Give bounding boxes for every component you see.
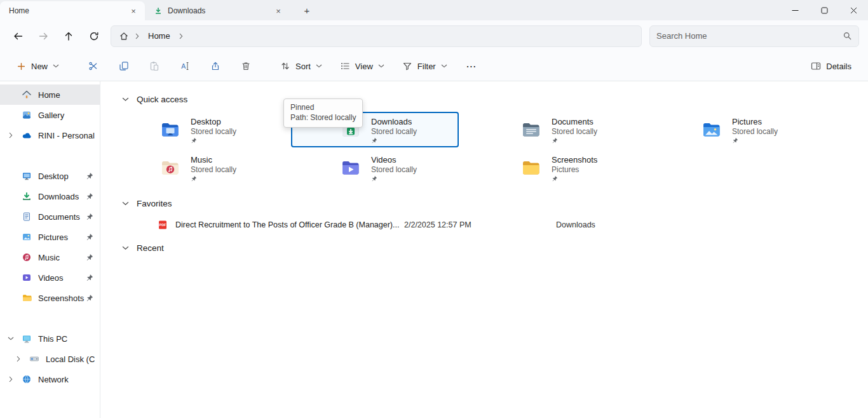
close-button[interactable]: [839, 0, 868, 20]
search-icon[interactable]: [843, 31, 852, 41]
section-quick-access: Quick access: [100, 89, 868, 109]
sidebar-item-label: Network: [38, 375, 95, 384]
forward-button[interactable]: [31, 25, 56, 48]
tile-meta: Desktop Stored locally: [191, 116, 236, 144]
address-bar[interactable]: Home: [111, 25, 642, 47]
sidebar-item-label: RINI - Personal: [38, 131, 95, 140]
maximize-button[interactable]: [810, 0, 839, 20]
chevron-right-icon[interactable]: [0, 132, 22, 138]
paste-button[interactable]: [142, 55, 167, 78]
pin-icon: [191, 175, 236, 182]
section-title: Recent: [137, 243, 164, 253]
minimize-button[interactable]: [780, 0, 810, 20]
sidebar-item-desktop[interactable]: Desktop: [0, 166, 100, 186]
search-input[interactable]: [656, 31, 843, 41]
tile-videos[interactable]: Videos Stored locally: [291, 150, 459, 185]
rename-button[interactable]: A: [172, 55, 198, 78]
favorites-file-row[interactable]: PDF Direct Recruitment to The Posts of O…: [100, 216, 868, 234]
more-options-button[interactable]: ⋯: [459, 55, 484, 78]
sidebar-group-gap: [0, 308, 100, 328]
sidebar-item-local-disk-c[interactable]: Local Disk (C:): [0, 349, 100, 369]
filter-button[interactable]: Filter: [396, 55, 454, 78]
tile-meta: Pictures Stored locally: [732, 116, 778, 144]
tile-desktop[interactable]: Desktop Stored locally: [111, 112, 278, 147]
sidebar-item-label: Screenshots: [38, 293, 86, 303]
navigation-bar: Home: [0, 20, 868, 51]
sidebar-item-documents[interactable]: Documents: [0, 206, 100, 227]
pin-icon: [552, 137, 597, 144]
tab-close-icon[interactable]: ×: [127, 4, 140, 17]
chevron-down-icon[interactable]: [122, 246, 129, 250]
network-icon: [22, 374, 32, 384]
search-box[interactable]: [649, 25, 859, 47]
tooltip-title: Pinned: [290, 102, 356, 112]
documents-folder-icon: [521, 119, 541, 140]
tile-name: Desktop: [191, 116, 236, 127]
downloads-icon: [22, 191, 32, 201]
details-button[interactable]: Details: [804, 55, 858, 78]
sort-button[interactable]: Sort: [274, 55, 329, 78]
tile-music[interactable]: Music Stored locally: [111, 150, 278, 185]
documents-icon: [22, 212, 32, 222]
tooltip-path: Path: Stored locally: [290, 112, 356, 123]
copy-button[interactable]: [111, 55, 137, 78]
pin-icon: [86, 172, 95, 180]
sidebar-item-videos[interactable]: Videos: [0, 267, 100, 288]
chevron-down-icon[interactable]: [0, 337, 22, 340]
pin-icon: [86, 192, 95, 200]
up-button[interactable]: [56, 25, 81, 48]
chevron-right-icon[interactable]: [135, 33, 139, 39]
content-area: Home Gallery RINI - Personal Desktop Dow…: [0, 81, 868, 418]
sidebar-item-pictures[interactable]: Pictures: [0, 227, 100, 247]
tile-subtitle: Stored locally: [732, 127, 778, 137]
window-controls: [780, 0, 868, 20]
tab-label: Home: [9, 6, 122, 15]
view-button-label: View: [355, 62, 373, 71]
chevron-down-icon[interactable]: [122, 201, 129, 206]
svg-text:A: A: [181, 62, 186, 70]
titlebar: Home × Downloads × +: [0, 0, 868, 20]
sidebar-item-screenshots[interactable]: Screenshots: [0, 288, 100, 308]
tab-home[interactable]: Home ×: [0, 1, 145, 20]
tile-name: Documents: [552, 116, 597, 127]
sidebar-item-label: Local Disk (C:): [46, 354, 95, 364]
delete-button[interactable]: [233, 55, 259, 78]
new-tab-button[interactable]: +: [299, 3, 315, 18]
tile-documents[interactable]: Documents Stored locally: [471, 112, 639, 147]
cut-button[interactable]: [81, 55, 106, 78]
sidebar-item-downloads[interactable]: Downloads: [0, 186, 100, 206]
view-icon: [340, 61, 350, 71]
sidebar-item-label: Desktop: [38, 172, 86, 181]
tile-subtitle: Stored locally: [191, 127, 236, 137]
tile-name: Downloads: [371, 116, 417, 127]
sidebar-item-music[interactable]: Music: [0, 247, 100, 267]
tile-screenshots[interactable]: Screenshots Pictures: [471, 150, 639, 185]
home-breadcrumb-icon[interactable]: [119, 31, 129, 41]
sidebar-item-home[interactable]: Home: [0, 84, 100, 105]
tile-name: Videos: [371, 154, 417, 165]
section-title: Favorites: [137, 199, 172, 208]
back-button[interactable]: [5, 25, 31, 48]
view-button[interactable]: View: [334, 55, 391, 78]
refresh-button[interactable]: [81, 25, 107, 48]
share-button[interactable]: [203, 55, 228, 78]
tile-meta: Music Stored locally: [191, 154, 236, 182]
file-location: Downloads: [556, 220, 595, 229]
chevron-right-icon[interactable]: [8, 356, 29, 362]
main-panel: Quick access Desktop Stored locally Down…: [100, 81, 868, 418]
sidebar: Home Gallery RINI - Personal Desktop Dow…: [0, 81, 100, 418]
new-button[interactable]: New: [10, 55, 65, 78]
chevron-right-icon[interactable]: [0, 376, 22, 382]
sidebar-item-this-pc[interactable]: This PC: [0, 328, 100, 349]
sidebar-item-gallery[interactable]: Gallery: [0, 105, 100, 125]
chevron-right-icon[interactable]: [179, 33, 183, 39]
sidebar-item-onedrive[interactable]: RINI - Personal: [0, 125, 100, 145]
desktop-icon: [22, 171, 32, 181]
chevron-down-icon[interactable]: [122, 97, 129, 102]
tab-downloads[interactable]: Downloads ×: [145, 1, 290, 20]
breadcrumb[interactable]: Home: [146, 30, 173, 42]
tab-close-icon[interactable]: ×: [272, 4, 285, 17]
tile-subtitle: Stored locally: [371, 165, 417, 175]
tile-pictures[interactable]: Pictures Stored locally: [652, 112, 820, 147]
sidebar-item-network[interactable]: Network: [0, 369, 100, 389]
